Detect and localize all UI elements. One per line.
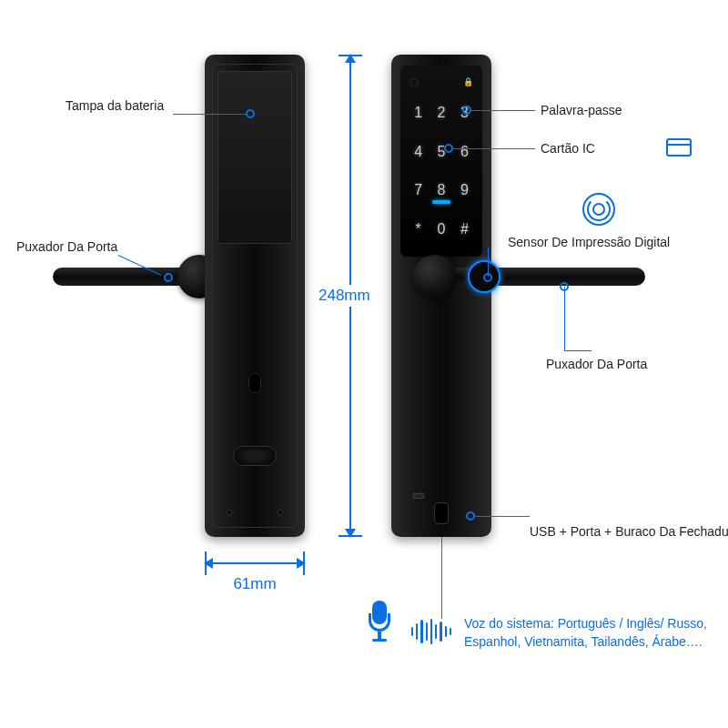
label-usb: USB + Porta + Buraco Da Fechadura [530, 524, 728, 539]
lock-bottom-ports [410, 488, 473, 524]
lock-back-plate [205, 55, 305, 537]
callout-dot-handle-left [164, 273, 173, 282]
label-fingerprint: Sensor De Impressão Digital [508, 235, 670, 249]
microphone-icon [364, 601, 395, 642]
dimension-height: 248mm [337, 55, 364, 537]
key-hash: # [456, 213, 473, 247]
label-voice: Voz do sistema: Português / Inglês/ Russ… [464, 615, 719, 651]
key-1: 1 [410, 96, 427, 130]
label-handle-right: Puxador Da Porta [546, 357, 647, 371]
callout-dot-usb [466, 511, 475, 521]
key-9: 9 [456, 174, 473, 207]
diagram-canvas: ◯🔒 1 2 3 4 5 6 7 8 9 * 0 # 248mm [0, 0, 728, 728]
callout-dot-password [462, 106, 471, 115]
card-slot-icon [432, 200, 450, 204]
callout-dot-card [444, 144, 453, 153]
door-handle-right [413, 255, 645, 298]
battery-cover [217, 71, 292, 244]
label-ic-card: Cartão IC [541, 141, 595, 156]
label-password: Palavra-passe [541, 103, 622, 117]
soundwave-icon [411, 619, 451, 644]
callout-dot-fingerprint [483, 273, 492, 282]
key-6: 6 [456, 136, 473, 169]
fingerprint-icon [582, 193, 615, 226]
key-star: * [410, 213, 427, 247]
door-handle-left [53, 255, 221, 298]
thumb-turn [233, 446, 277, 466]
key-0: 0 [432, 213, 450, 247]
label-handle-left: Puxador Da Porta [16, 239, 117, 254]
label-battery-cover: Tampa da bateria [66, 98, 164, 113]
dimension-width: 61mm [205, 550, 305, 577]
keypad: ◯🔒 1 2 3 4 5 6 7 8 9 * 0 # [400, 66, 482, 257]
dimension-height-label: 248mm [317, 285, 372, 307]
dimension-width-label: 61mm [233, 575, 276, 593]
callout-dot-handle-right [560, 282, 569, 291]
key-7: 7 [410, 174, 427, 207]
card-icon [666, 138, 692, 157]
key-4: 4 [410, 136, 427, 169]
key-2: 2 [432, 96, 450, 130]
